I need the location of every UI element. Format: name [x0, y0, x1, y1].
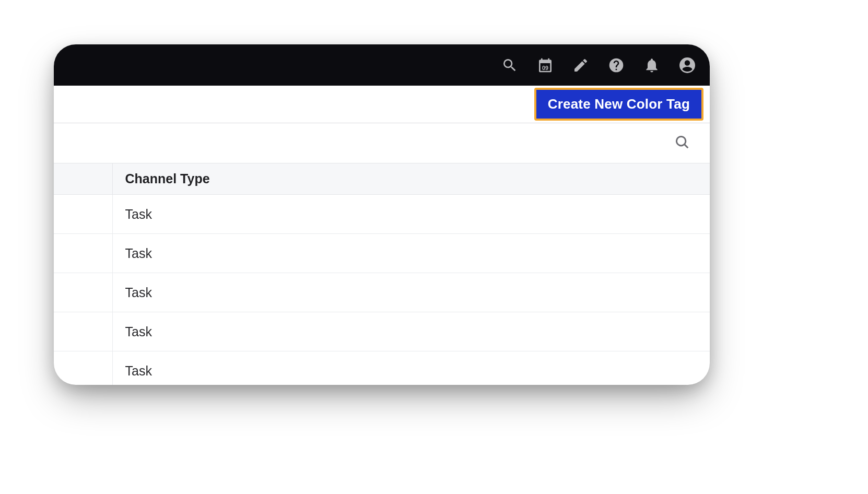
help-icon[interactable] — [607, 56, 626, 75]
color-tag-table: Channel Type Task Task Task Task — [54, 163, 710, 385]
svg-point-0 — [676, 136, 686, 146]
bell-icon[interactable] — [642, 56, 661, 75]
calendar-day: 09 — [542, 65, 548, 71]
table-cell-channel-type: Task — [125, 285, 152, 300]
table-cell-channel-type: Task — [125, 207, 152, 221]
table-search-icon[interactable] — [674, 134, 690, 152]
table-header-channel-type[interactable]: Channel Type — [125, 171, 210, 186]
table-row[interactable]: Task — [54, 234, 710, 273]
table-cell-channel-type: Task — [125, 246, 152, 261]
action-toolbar: Create New Color Tag — [54, 86, 710, 123]
account-icon[interactable] — [678, 56, 697, 75]
table-row-left-cell — [54, 273, 112, 312]
calendar-icon[interactable]: 09 — [536, 56, 555, 75]
edit-icon[interactable] — [571, 56, 590, 75]
table-header-empty — [54, 163, 112, 195]
table-row[interactable]: Task — [54, 312, 710, 351]
table-cell-channel-type: Task — [125, 324, 152, 339]
table-cell-channel-type: Task — [125, 363, 152, 378]
table-row[interactable]: Task — [54, 273, 710, 312]
table-row[interactable]: Task — [54, 195, 710, 234]
table-row[interactable]: Task — [54, 351, 710, 385]
svg-line-1 — [684, 144, 688, 148]
table-header-row: Channel Type — [54, 163, 710, 195]
table-row-left-cell — [54, 234, 112, 273]
table-row-left-cell — [54, 351, 112, 385]
table-search-bar — [54, 123, 710, 163]
app-window: 09 Create New Color Tag Channel Type — [54, 44, 710, 385]
top-nav-bar: 09 — [54, 44, 710, 86]
create-new-color-tag-button[interactable]: Create New Color Tag — [534, 88, 703, 121]
search-icon[interactable] — [500, 56, 519, 75]
table-row-left-cell — [54, 195, 112, 234]
table-row-left-cell — [54, 312, 112, 351]
